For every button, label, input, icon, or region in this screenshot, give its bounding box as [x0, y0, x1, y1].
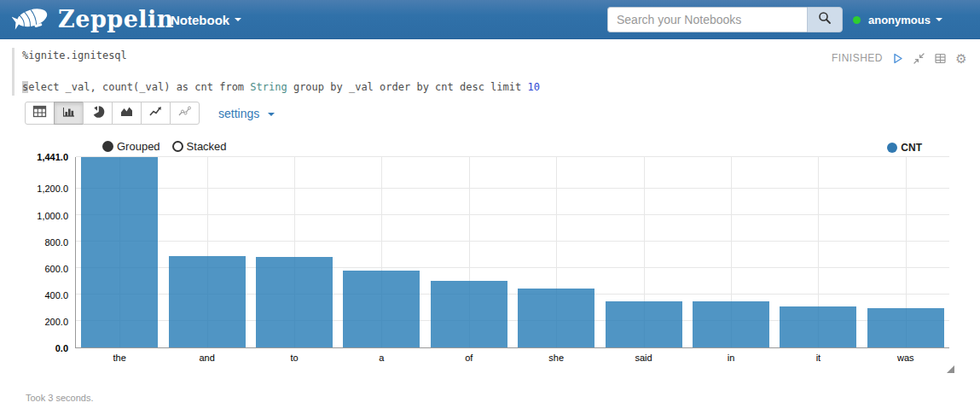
bar-she[interactable] [518, 289, 594, 347]
y-tick-label: 0.0 [0, 343, 68, 353]
legend-color-dot [887, 143, 897, 153]
code-token-type: String [250, 81, 287, 93]
pie-chart-button[interactable] [83, 102, 113, 125]
plot-area: theandtoaofshesaidinitwas [75, 157, 949, 348]
stacked-label: Stacked [187, 140, 227, 153]
paragraph-status-label: FINISHED [832, 52, 883, 64]
radio-unselected-icon [172, 141, 183, 152]
search-icon [818, 11, 832, 28]
interpreter-line[interactable]: %ignite.ignitesql [22, 50, 127, 61]
area-chart-icon [119, 105, 134, 121]
bar-to[interactable] [256, 257, 333, 347]
toggle-output-button[interactable] [933, 51, 947, 65]
chart-output: Grouped Stacked CNT 0.0200.0400.0600.080… [0, 135, 980, 382]
y-tick-label: 1,200.0 [0, 184, 68, 194]
y-tick-label: 1,441.0 [0, 152, 68, 162]
paragraph-settings-button[interactable]: ⚙ [954, 51, 968, 65]
bar-slot: it [774, 157, 861, 347]
legend-label: CNT [901, 142, 922, 154]
collapse-paragraph-button[interactable] [912, 51, 925, 65]
bar-chart-icon [61, 105, 76, 121]
y-tick-label: 400.0 [0, 290, 68, 300]
search-input[interactable] [607, 7, 807, 32]
chart-type-button-group [25, 102, 200, 125]
x-tick-label: to [251, 353, 338, 363]
code-token-plain: select _val, count(_val) as cnt from [22, 81, 250, 93]
settings-toggle[interactable]: settings [218, 107, 275, 120]
y-tick-label: 800.0 [0, 237, 68, 248]
user-menu[interactable]: anonymous [853, 0, 942, 39]
brand-title: Zeppelin [58, 6, 174, 32]
x-tick-label: the [76, 353, 163, 363]
zeppelin-brand[interactable]: Zeppelin [12, 4, 174, 33]
line-chart-button[interactable] [141, 102, 171, 125]
bar-slot: the [76, 157, 163, 347]
bar-slot: said [600, 157, 687, 347]
chevron-down-icon [936, 18, 942, 21]
bar-the[interactable] [81, 157, 158, 347]
chevron-down-icon [235, 18, 241, 21]
table-icon [32, 105, 47, 121]
duration-label: Took 3 seconds. [26, 393, 94, 403]
bar-slot: a [338, 157, 425, 347]
zeppelin-logo-icon [12, 4, 51, 33]
bar-slot: of [426, 157, 513, 347]
y-axis-labels: 0.0200.0400.0600.0800.01,000.01,200.01,4… [0, 157, 68, 348]
code-token-number: 10 [527, 81, 539, 93]
bar-said[interactable] [606, 301, 682, 347]
x-tick-label: it [774, 353, 861, 363]
bar-a[interactable] [343, 271, 420, 347]
user-name: anonymous [868, 14, 931, 26]
gear-icon: ⚙ [955, 52, 966, 65]
bar-was[interactable] [867, 308, 944, 347]
notebook-menu[interactable]: Notebook [171, 0, 241, 39]
resize-handle[interactable] [947, 365, 954, 373]
settings-label: settings [218, 107, 259, 120]
y-tick-label: 200.0 [0, 317, 68, 327]
bar-of[interactable] [431, 281, 507, 347]
x-tick-label: said [600, 353, 687, 363]
top-navbar: Zeppelin Notebook anonymous [0, 0, 980, 39]
y-tick-label: 600.0 [0, 264, 68, 274]
run-paragraph-button[interactable] [890, 51, 904, 65]
x-tick-label: and [163, 353, 250, 363]
bar-and[interactable] [169, 256, 246, 347]
x-tick-label: a [338, 353, 425, 363]
bar-slot: in [687, 157, 774, 347]
code-token-plain: group by _val order by cnt desc limit [287, 81, 528, 93]
grouped-label: Grouped [117, 140, 160, 153]
radio-selected-icon [102, 141, 113, 152]
bar-chart-button[interactable] [54, 102, 84, 125]
scatter-chart-icon [177, 105, 192, 121]
notebook-menu-label: Notebook [171, 13, 229, 27]
x-tick-label: she [513, 353, 600, 363]
bar-slot: and [163, 157, 250, 347]
y-tick-label: 1,000.0 [0, 211, 68, 221]
search-button[interactable] [807, 7, 843, 32]
area-chart-button[interactable] [112, 102, 142, 125]
bar-slot: she [513, 157, 600, 347]
legend-item-cnt[interactable]: CNT [887, 142, 922, 154]
grouped-radio[interactable]: Grouped [102, 140, 160, 153]
x-tick-label: in [687, 353, 774, 363]
scatter-chart-button[interactable] [170, 102, 200, 125]
line-chart-icon [148, 105, 163, 121]
pie-chart-icon [91, 105, 105, 122]
sql-code-line[interactable]: select _val, count(_val) as cnt from Str… [22, 81, 540, 93]
bar-slot: was [862, 157, 949, 347]
bar-it[interactable] [780, 306, 856, 347]
user-status-dot [853, 16, 861, 24]
x-tick-label: of [426, 353, 513, 363]
chevron-down-icon [268, 113, 275, 116]
x-tick-label: was [862, 353, 949, 363]
stacked-radio[interactable]: Stacked [172, 140, 227, 153]
bar-in[interactable] [693, 301, 769, 347]
editor-gutter [12, 48, 14, 96]
bar-slot: to [251, 157, 338, 347]
table-chart-button[interactable] [25, 102, 55, 125]
